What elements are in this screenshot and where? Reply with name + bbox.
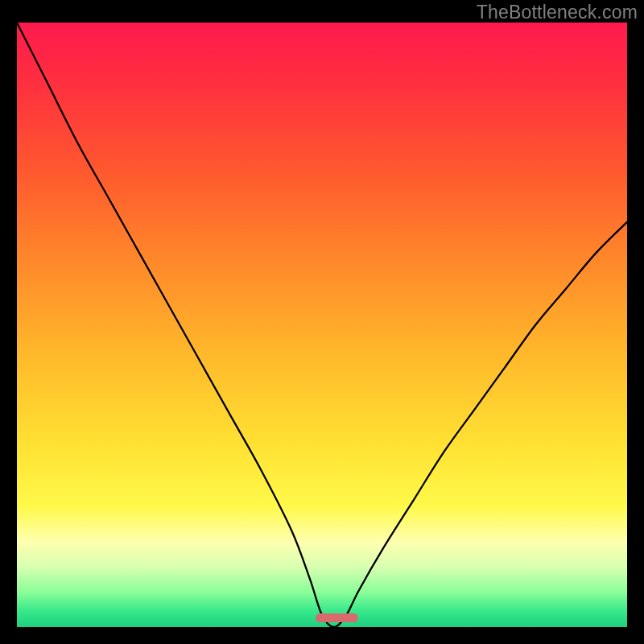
plot-area (17, 23, 627, 627)
bottleneck-curve (17, 23, 627, 627)
chart-frame: TheBottleneck.com (0, 0, 644, 644)
watermark-text: TheBottleneck.com (477, 2, 638, 23)
optimal-range-marker (316, 613, 358, 622)
